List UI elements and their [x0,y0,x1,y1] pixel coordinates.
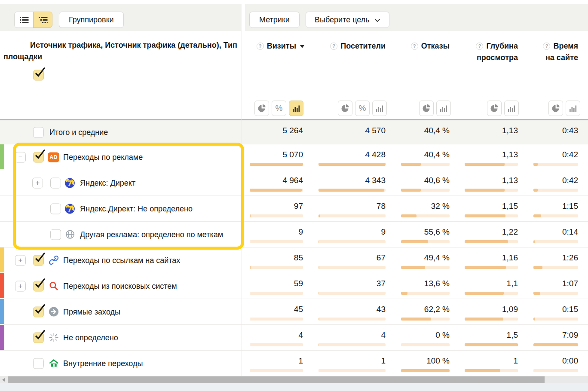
metric-value: 1,13 [450,120,518,135]
table-row[interactable]: − AD Переходы по рекламе 5 070 4 428 40,… [0,144,588,170]
row-label: Яндекс.Директ: Не определено [80,204,193,213]
scrollbar-thumb[interactable] [8,376,545,383]
metric-bar [250,214,303,217]
metric-bar [250,292,303,295]
expander-button[interactable]: + [15,281,26,291]
row-checkbox[interactable] [33,306,44,317]
tree-list-icon[interactable] [33,12,52,28]
metric-value: 45 [243,299,303,314]
row-label-cell: − AD Переходы по рекламе [0,144,243,170]
metric-cell-depth: 1,15 [450,196,518,221]
row-tail-spacer [578,351,588,376]
percent-icon[interactable]: % [272,101,286,116]
row-checkbox[interactable] [33,152,44,162]
metric-cell-visitors: 9 [303,222,386,247]
row-label-cell: + Переходы из поисковых систем [0,273,243,299]
pie-chart-icon[interactable] [487,101,502,116]
metric-bar [533,369,578,372]
row-label: Яндекс: Директ [80,178,135,187]
help-icon[interactable]: ? [543,43,550,50]
help-icon[interactable]: ? [476,43,483,50]
table-row[interactable]: Итого и средние 5 264 4 570 40,4 % 1,13 … [0,120,588,144]
row-checkbox[interactable] [50,229,61,240]
table-row[interactable]: Прямые заходы 45 43 62,2 % 1,09 0:15 [0,299,588,325]
metric-value: 1,09 [450,299,518,314]
metric-value: 1 [303,351,386,366]
metric-cell-bounce: 32 % [386,196,450,221]
pie-chart-icon[interactable] [419,101,434,116]
table-row[interactable]: + Переходы из поисковых систем 59 37 13,… [0,273,588,299]
row-tail-spacer [578,273,588,299]
table-row[interactable]: + Переходы по ссылкам на сайтах 85 67 49… [0,247,588,273]
bar-chart-icon[interactable] [372,101,387,116]
metric-cell-depth: 1,5 [450,325,518,350]
bar-chart-icon[interactable] [566,101,580,116]
metric-value: 5 264 [243,120,303,135]
metric-cell-visitors: 4 570 [303,120,386,144]
column-label: Посетители [340,42,386,50]
dimension-checkbox[interactable] [33,70,44,81]
scroll-left-arrow-icon[interactable] [2,378,5,382]
bar-chart-icon[interactable] [289,101,303,116]
expander-button[interactable]: + [15,255,26,266]
metric-cell-time: 0:00 [518,351,578,376]
bar-chart-icon[interactable] [436,101,451,116]
metric-bar [318,163,386,166]
column-label: Визиты [267,42,296,50]
row-checkbox[interactable] [33,358,44,369]
metric-value: 0:43 [518,120,578,135]
metric-cell-time: 0:43 [518,120,578,144]
column-label: Глубина [486,42,518,50]
metric-value: 1:07 [518,273,578,288]
help-icon[interactable]: ? [411,43,418,50]
column-header-0[interactable]: ?Визиты [257,40,304,52]
table-row[interactable]: Другая реклама: определено по меткам 9 9… [0,222,588,247]
column-header-4[interactable]: ?Времяна сайте [543,40,578,64]
row-label-cell: Яндекс.Директ: Не определено [0,196,243,221]
percent-icon[interactable]: % [355,101,370,116]
row-checkbox[interactable] [33,332,44,343]
horizontal-scrollbar[interactable] [0,376,588,383]
table-row[interactable]: Внутренние переходы 1 1 100 % 1 0:00 [0,351,588,376]
metrics-button[interactable]: Метрики [249,12,300,28]
metric-cell-visitors: 4 343 [303,170,386,196]
row-checkbox[interactable] [50,203,61,214]
select-goal-button[interactable]: Выберите цель [306,12,389,28]
row-checkbox[interactable] [33,281,44,291]
pie-chart-icon[interactable] [254,101,269,116]
row-checkbox[interactable] [50,177,61,188]
column-header-2[interactable]: ?Отказы [411,40,450,52]
table-row[interactable]: + Яндекс: Директ 4 964 4 343 40,6 % 1,13… [0,170,588,196]
column-header-1[interactable]: ?Посетители [330,40,386,52]
row-label-cell: Другая реклама: определено по меткам [0,222,243,247]
metric-cell-time: 1:07 [518,273,578,299]
undefined-spinner-icon [48,332,59,343]
row-tail-spacer [578,144,588,170]
metric-bar [533,343,578,346]
expander-button[interactable]: + [32,177,43,188]
row-checkbox[interactable] [33,127,44,137]
row-tail-spacer [578,222,588,247]
metric-cell-bounce: 0 % [386,325,450,350]
help-icon[interactable]: ? [330,43,337,50]
column-header-3[interactable]: ?Глубинапросмотра [476,40,518,64]
metric-bar [465,189,518,192]
table-row[interactable]: Не определено 4 4 0 % 1,5 7:09 [0,325,588,351]
help-icon[interactable]: ? [257,43,264,50]
metric-value: 1,5 [450,325,518,340]
toggle-group-0: % [254,101,303,116]
metric-cell-time: 0:15 [518,299,578,324]
row-checkbox[interactable] [33,255,44,266]
pie-chart-icon[interactable] [338,101,352,116]
row-label: Переходы по рекламе [63,153,143,162]
flat-list-icon[interactable] [14,12,34,28]
metric-bar [250,163,303,166]
bar-chart-icon[interactable] [504,101,519,116]
metric-bar [318,240,386,243]
groupings-button[interactable]: Группировки [59,12,124,28]
table-row[interactable]: Яндекс.Директ: Не определено 97 78 32 % … [0,196,588,222]
yandex-metrica-report: Группировки Метрики Выберите цель Источн… [0,0,588,391]
metric-bar [401,163,450,166]
expander-button[interactable]: − [15,152,26,162]
pie-chart-icon[interactable] [548,101,563,116]
